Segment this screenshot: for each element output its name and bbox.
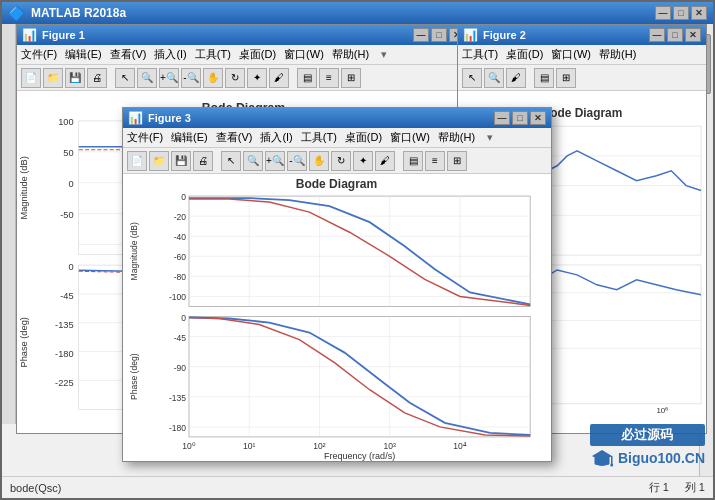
fig1-menu-window[interactable]: 窗口(W) bbox=[284, 47, 324, 62]
svg-text:50: 50 bbox=[63, 148, 73, 158]
fig3-maximize[interactable]: □ bbox=[512, 111, 528, 125]
tb-arrow[interactable]: ↖ bbox=[115, 68, 135, 88]
watermark-text: 必过源码 bbox=[590, 424, 705, 446]
tb2-arrow[interactable]: ↖ bbox=[462, 68, 482, 88]
figure1-titlebar: 📊 Figure 1 — □ ✕ bbox=[17, 25, 470, 45]
status-bar: bode(Qsc) 行 1 列 1 bbox=[2, 476, 713, 498]
svg-point-75 bbox=[610, 464, 613, 467]
tb-legend[interactable]: ≡ bbox=[319, 68, 339, 88]
tb-zoomin[interactable]: +🔍 bbox=[159, 68, 179, 88]
matlab-maximize-btn[interactable]: □ bbox=[673, 6, 689, 20]
svg-rect-52 bbox=[189, 316, 530, 436]
tb3-rotate[interactable]: ↻ bbox=[331, 151, 351, 171]
fig3-close[interactable]: ✕ bbox=[530, 111, 546, 125]
fig1-menu-view[interactable]: 查看(V) bbox=[110, 47, 147, 62]
fig3-menu-insert[interactable]: 插入(I) bbox=[260, 130, 292, 145]
tb-datacursor[interactable]: ✦ bbox=[247, 68, 267, 88]
svg-text:10³: 10³ bbox=[384, 441, 396, 451]
tb3-zoom[interactable]: 🔍 bbox=[243, 151, 263, 171]
matlab-left-tabs bbox=[2, 24, 16, 424]
svg-text:-40: -40 bbox=[174, 232, 187, 242]
matlab-win-controls: — □ ✕ bbox=[655, 6, 707, 20]
svg-text:Bode Diagram: Bode Diagram bbox=[542, 106, 623, 120]
tb2-zoom[interactable]: 🔍 bbox=[484, 68, 504, 88]
fig1-minimize[interactable]: — bbox=[413, 28, 429, 42]
fig2-minimize[interactable]: — bbox=[649, 28, 665, 42]
figure1-title: Figure 1 bbox=[42, 29, 85, 41]
fig3-menu-view[interactable]: 查看(V) bbox=[216, 130, 253, 145]
svg-text:-45: -45 bbox=[60, 291, 73, 301]
fig2-close[interactable]: ✕ bbox=[685, 28, 701, 42]
fig3-menu-edit[interactable]: 编辑(E) bbox=[171, 130, 208, 145]
fig1-menu-desktop[interactable]: 桌面(D) bbox=[239, 47, 276, 62]
fig3-menu-desktop[interactable]: 桌面(D) bbox=[345, 130, 382, 145]
matlab-close-btn[interactable]: ✕ bbox=[691, 6, 707, 20]
fig2-menu-window[interactable]: 窗口(W) bbox=[551, 47, 591, 62]
tb-brush[interactable]: 🖌 bbox=[269, 68, 289, 88]
svg-text:-135: -135 bbox=[55, 320, 74, 330]
fig1-menu-insert[interactable]: 插入(I) bbox=[154, 47, 186, 62]
fig1-maximize[interactable]: □ bbox=[431, 28, 447, 42]
svg-rect-74 bbox=[611, 456, 613, 464]
tb2-colorbar[interactable]: ▤ bbox=[534, 68, 554, 88]
tb-print[interactable]: 🖨 bbox=[87, 68, 107, 88]
fig1-menu-tools[interactable]: 工具(T) bbox=[195, 47, 231, 62]
tb-pan[interactable]: ✋ bbox=[203, 68, 223, 88]
tb3-arrow[interactable]: ↖ bbox=[221, 151, 241, 171]
svg-rect-35 bbox=[189, 196, 530, 306]
tb-open[interactable]: 📁 bbox=[43, 68, 63, 88]
fig3-menu-help[interactable]: 帮助(H) bbox=[438, 130, 475, 145]
tb3-zoomout[interactable]: -🔍 bbox=[287, 151, 307, 171]
tb3-brush[interactable]: 🖌 bbox=[375, 151, 395, 171]
fig2-menu-tools[interactable]: 工具(T) bbox=[462, 47, 498, 62]
tb3-print[interactable]: 🖨 bbox=[193, 151, 213, 171]
fig1-menu-file[interactable]: 文件(F) bbox=[21, 47, 57, 62]
tb-colorbar[interactable]: ▤ bbox=[297, 68, 317, 88]
tb3-datacursor[interactable]: ✦ bbox=[353, 151, 373, 171]
tb3-legend[interactable]: ≡ bbox=[425, 151, 445, 171]
tb-save[interactable]: 💾 bbox=[65, 68, 85, 88]
fig3-minimize[interactable]: — bbox=[494, 111, 510, 125]
fig2-menu-help[interactable]: 帮助(H) bbox=[599, 47, 636, 62]
figure3-titlebar: 📊 Figure 3 — □ ✕ bbox=[123, 108, 551, 128]
svg-text:-45: -45 bbox=[174, 333, 187, 343]
figure2-title: Figure 2 bbox=[483, 29, 526, 41]
watermark: 必过源码 Biguo100.CN bbox=[590, 424, 705, 468]
fig3-menu-file[interactable]: 文件(F) bbox=[127, 130, 163, 145]
svg-text:0: 0 bbox=[181, 192, 186, 202]
fig3-menu-tools[interactable]: 工具(T) bbox=[301, 130, 337, 145]
tb-zoomout[interactable]: -🔍 bbox=[181, 68, 201, 88]
tb-zoom[interactable]: 🔍 bbox=[137, 68, 157, 88]
tb3-grid[interactable]: ⊞ bbox=[447, 151, 467, 171]
fig2-maximize[interactable]: □ bbox=[667, 28, 683, 42]
fig3-menu-window[interactable]: 窗口(W) bbox=[390, 130, 430, 145]
tb3-pan[interactable]: ✋ bbox=[309, 151, 329, 171]
tb3-open[interactable]: 📁 bbox=[149, 151, 169, 171]
figure1-toolbar: 📄 📁 💾 🖨 ↖ 🔍 +🔍 -🔍 ✋ ↻ ✦ 🖌 ▤ ≡ ⊞ bbox=[17, 65, 470, 91]
tb3-zoomin[interactable]: +🔍 bbox=[265, 151, 285, 171]
matlab-main-window: 🔷 MATLAB R2018a — □ ✕ 📊 Figure 1 — □ ✕ 文… bbox=[0, 0, 715, 500]
matlab-minimize-btn[interactable]: — bbox=[655, 6, 671, 20]
svg-text:10⁴: 10⁴ bbox=[453, 441, 466, 451]
figure2-titlebar: 📊 Figure 2 — □ ✕ bbox=[458, 25, 706, 45]
svg-text:Bode Diagram: Bode Diagram bbox=[296, 177, 378, 191]
figure2-menubar: 工具(T) 桌面(D) 窗口(W) 帮助(H) bbox=[458, 45, 706, 65]
tb2-grid[interactable]: ⊞ bbox=[556, 68, 576, 88]
svg-text:0: 0 bbox=[68, 179, 73, 189]
fig2-menu-desktop[interactable]: 桌面(D) bbox=[506, 47, 543, 62]
tb3-save[interactable]: 💾 bbox=[171, 151, 191, 171]
figure3-title: Figure 3 bbox=[148, 112, 191, 124]
tb-rotate[interactable]: ↻ bbox=[225, 68, 245, 88]
figure1-menubar: 文件(F) 编辑(E) 查看(V) 插入(I) 工具(T) 桌面(D) 窗口(W… bbox=[17, 45, 470, 65]
fig1-menu-help[interactable]: 帮助(H) bbox=[332, 47, 369, 62]
tb-grid[interactable]: ⊞ bbox=[341, 68, 361, 88]
svg-text:Magnitude (dB): Magnitude (dB) bbox=[19, 156, 29, 219]
tb2-paint[interactable]: 🖌 bbox=[506, 68, 526, 88]
svg-text:-60: -60 bbox=[174, 252, 187, 262]
tb3-colorbar[interactable]: ▤ bbox=[403, 151, 423, 171]
tb-new[interactable]: 📄 bbox=[21, 68, 41, 88]
matlab-title: MATLAB R2018a bbox=[31, 6, 655, 20]
svg-text:-90: -90 bbox=[174, 363, 187, 373]
fig1-menu-edit[interactable]: 编辑(E) bbox=[65, 47, 102, 62]
tb3-new[interactable]: 📄 bbox=[127, 151, 147, 171]
